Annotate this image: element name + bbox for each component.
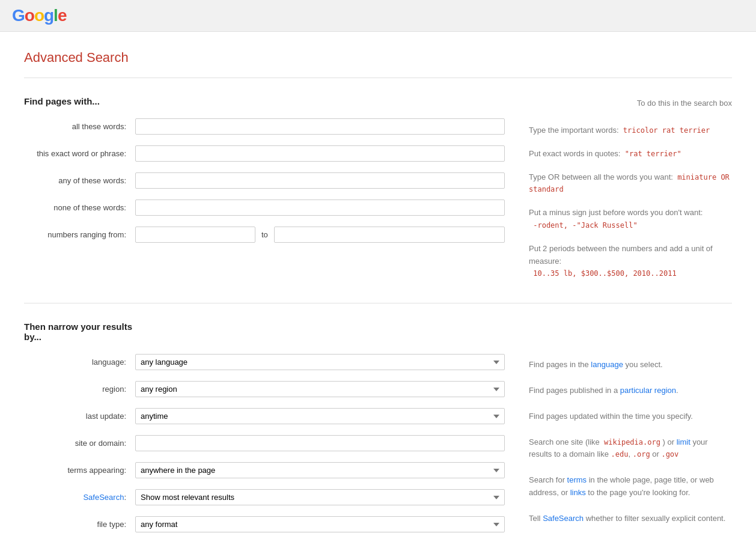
find-pages-right: To do this in the search box Type the im… [517,96,732,291]
logo-g: G [12,6,25,25]
logo-l: l [53,6,58,25]
any-words-row: any of these words: [24,172,505,189]
right-heading: To do this in the search box [529,96,732,108]
all-words-row: all these words: [24,118,505,135]
range-separator: to [255,230,274,239]
none-words-label: none of these words: [24,203,135,212]
exact-phrase-input[interactable] [135,145,505,162]
file-type-row: file type: any format Adobe Acrobat PDF … [24,516,505,532]
numbers-range-to-input[interactable] [274,227,505,243]
site-domain-row: site or domain: [24,435,505,451]
hint-terms-link[interactable]: terms [567,475,587,484]
language-row: language: any language English French Ge… [24,354,505,370]
safesearch-label: SafeSearch: [24,493,135,502]
hint-exact-phrase: Put exact words in quotes: "rat terrier" [529,148,732,160]
site-domain-input[interactable] [135,435,505,451]
logo-g2: g [44,6,53,25]
region-row: region: any region United States United … [24,381,505,397]
narrow-divider [24,303,732,303]
language-select[interactable]: any language English French German Spani… [135,354,505,370]
none-words-row: none of these words: [24,199,505,216]
terms-appearing-label: terms appearing: [24,466,135,475]
last-update-select[interactable]: anytime past 24 hours past week past mon… [135,408,505,424]
page-title: Advanced Search [24,50,732,65]
exact-phrase-label: this exact word or phrase: [24,149,135,158]
hint-language-link[interactable]: language [591,360,623,369]
section-divider [24,78,732,78]
hint-region: Find pages published in a particular reg… [529,385,732,397]
any-words-label: any of these words: [24,176,135,185]
exact-phrase-row: this exact word or phrase: [24,145,505,162]
last-update-row: last update: anytime past 24 hours past … [24,408,505,424]
terms-appearing-row: terms appearing: anywhere in the page in… [24,462,505,478]
hint-links-link[interactable]: links [570,488,586,497]
all-words-label: all these words: [24,122,135,131]
safesearch-select[interactable]: Show most relevant results Filter explic… [135,489,505,505]
numbers-range-label: numbers ranging from: [24,230,135,239]
hint-numbers: Put 2 periods between the numbers and ad… [529,243,732,280]
logo-o2: o [34,6,44,25]
numbers-range-row: numbers ranging from: to [24,227,505,243]
hint-none-words: Put a minus sign just before words you d… [529,207,732,232]
find-pages-heading: Find pages with... [24,96,505,106]
narrow-section: Then narrow your resultsby... language: … [24,321,732,533]
find-pages-section: Find pages with... all these words: this… [24,96,732,291]
all-these-words-input[interactable] [135,118,505,135]
hint-region-link[interactable]: particular region [620,386,676,395]
find-pages-left: Find pages with... all these words: this… [24,96,505,291]
hint-safesearch-link[interactable]: SafeSearch [543,514,584,523]
narrow-right: Find pages in the language you select. F… [517,321,732,533]
language-label: language: [24,358,135,367]
hint-site-domain: Search one site (like wikipedia.org ) or… [529,436,732,461]
hint-safesearch: Tell SafeSearch whether to filter sexual… [529,513,732,525]
logo-o1: o [25,6,34,25]
site-domain-label: site or domain: [24,439,135,448]
hint-limit-link[interactable]: limit [677,437,690,446]
hint-all-words: Type the important words: tricolor rat t… [529,124,732,137]
any-words-input[interactable] [135,172,505,189]
narrow-left: Then narrow your resultsby... language: … [24,321,505,533]
header: Google [0,0,756,32]
none-words-input[interactable] [135,199,505,216]
numbers-range-from-input[interactable] [135,227,255,243]
file-type-select[interactable]: any format Adobe Acrobat PDF (.pdf) Adob… [135,516,505,532]
region-label: region: [24,385,135,394]
logo-e: e [58,6,67,25]
file-type-label: file type: [24,520,135,529]
hint-last-update: Find pages updated within the time you s… [529,410,732,423]
page-content: Advanced Search Find pages with... all t… [0,32,756,533]
narrow-heading: Then narrow your resultsby... [24,321,505,342]
region-select[interactable]: any region United States United Kingdom … [135,381,505,397]
last-update-label: last update: [24,412,135,421]
safesearch-link[interactable]: SafeSearch [83,493,124,502]
terms-appearing-select[interactable]: anywhere in the page in the title of the… [135,462,505,478]
google-logo: Google [12,6,66,25]
safesearch-row: SafeSearch: Show most relevant results F… [24,489,505,505]
hint-terms-appearing: Search for terms in the whole page, page… [529,474,732,499]
hint-any-words: Type OR between all the words you want: … [529,171,732,196]
hint-language: Find pages in the language you select. [529,359,732,371]
